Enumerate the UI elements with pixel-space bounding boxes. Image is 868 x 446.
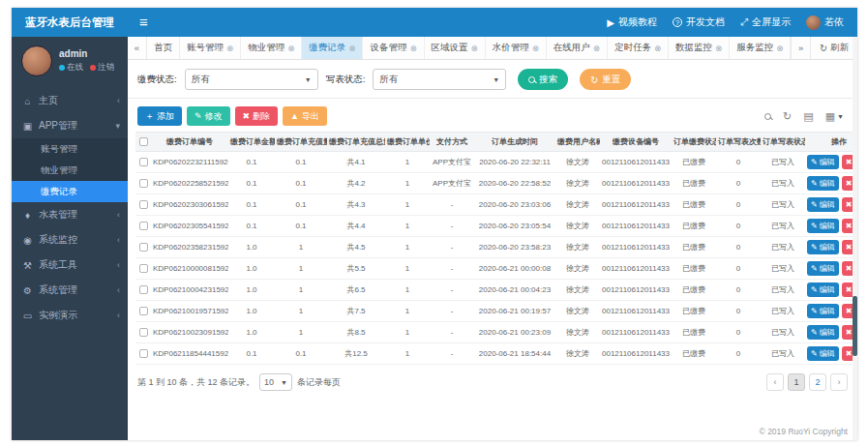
cell: 0012110612011433 [600,152,672,173]
close-icon[interactable]: ⊗ [593,44,600,53]
row-edit-button[interactable]: ✎编辑 [807,240,839,254]
cell: 已缴费 [672,173,716,194]
cell: 已缴费 [672,152,716,173]
table-list-view-icon[interactable]: ▤ [803,110,813,123]
search-button[interactable]: 搜索 [518,69,568,90]
topbar-link-fullscreen[interactable]: ⤢全屏显示 [740,15,791,29]
delete-button[interactable]: ✖删除 [235,106,279,126]
tab-在线用户[interactable]: 在线用户⊗ [547,37,608,59]
table-row: KDP0620230306159260.10.1共4.31-2020-06-20… [135,194,857,216]
app-icon: ▣ [22,121,33,132]
tab-数据监控[interactable]: 数据监控⊗ [669,37,730,59]
sidebar-item-缴费记录[interactable]: 缴费记录 [12,181,128,202]
row-checkbox[interactable] [139,222,148,230]
tab-缴费记录[interactable]: 缴费记录⊗ [302,37,363,59]
prev-page-button[interactable]: ‹ [766,373,784,391]
tab-水价管理[interactable]: 水价管理⊗ [486,37,547,59]
reset-button[interactable]: ↻重置 [580,69,631,90]
table-columns-icon[interactable]: ▦▼ [825,110,844,123]
write-status-select[interactable]: 所有▼ [373,69,506,90]
table-refresh-icon[interactable]: ↻ [783,110,792,123]
row-checkbox[interactable] [139,179,148,188]
chevron-left-icon: ‹ [117,96,120,105]
close-icon[interactable]: ⊗ [776,44,783,53]
sidebar-item-实例演示[interactable]: ▭实例演示‹ [12,303,128,328]
logout-link[interactable]: 注销 [90,62,114,74]
close-icon[interactable]: ⊗ [715,44,722,53]
tab-首页[interactable]: 首页 [147,37,180,59]
sidebar-item-系统监控[interactable]: ◉系统监控‹ [12,227,128,253]
tab-定时任务[interactable]: 定时任务⊗ [608,37,669,59]
scrollbar-thumb[interactable] [853,296,857,356]
row-edit-button[interactable]: ✎编辑 [807,155,839,169]
next-page-button[interactable]: › [830,373,848,391]
row-checkbox[interactable] [139,307,148,315]
cell: 1.0 [228,280,275,301]
row-checkbox[interactable] [139,285,148,294]
page-button-2[interactable]: 2 [809,373,826,391]
row-edit-button[interactable]: ✎编辑 [807,304,839,318]
tabs-scroll-left-icon[interactable]: « [128,37,147,59]
tab-refresh-button[interactable]: ↻刷新 [810,37,857,59]
sidebar-item-系统工具[interactable]: ⚒系统工具‹ [12,253,128,278]
avatar[interactable] [21,45,52,76]
select-all-checkbox[interactable] [139,137,148,146]
row-checkbox[interactable] [139,158,148,166]
edit-button[interactable]: ✎修改 [187,106,230,126]
row-edit-button[interactable]: ✎编辑 [807,176,839,191]
tab-物业管理[interactable]: 物业管理⊗ [241,37,302,59]
sidebar-item-APP管理[interactable]: ▣APP管理▾ [12,113,128,138]
tab-服务监控[interactable]: 服务监控⊗ [730,37,791,59]
cell: 2020-06-20 23:05:54 [474,216,555,237]
pager: ‹12› [766,373,848,391]
row-edit-button[interactable]: ✎编辑 [807,219,839,233]
close-icon[interactable]: ⊗ [348,44,355,53]
row-edit-button[interactable]: ✎编辑 [807,325,839,340]
sidebar-item-系统管理[interactable]: ⚙系统管理‹ [12,278,128,303]
column-header: 订单缴费状态 [672,133,716,152]
row-checkbox[interactable] [139,264,148,273]
tab-账号管理[interactable]: 账号管理⊗ [180,37,241,59]
table-search-icon[interactable] [764,113,771,120]
row-checkbox[interactable] [139,349,148,358]
tab-设备管理[interactable]: 设备管理⊗ [363,37,424,59]
chevron-left-icon: ‹ [117,311,120,320]
row-edit-button[interactable]: ✎编辑 [807,282,839,297]
sidebar-toggle-icon[interactable]: ≡ [128,8,160,37]
close-icon[interactable]: ⊗ [654,44,661,53]
submenu-APP管理: 账号管理物业管理缴费记录 [12,138,128,202]
cell: 共4.1 [327,152,385,173]
tab-区域设置[interactable]: 区域设置⊗ [425,37,486,59]
pay-status-select[interactable]: 所有▼ [185,69,318,90]
row-checkbox[interactable] [139,328,148,337]
cell: 已缴费 [672,237,716,258]
close-icon[interactable]: ⊗ [287,44,294,53]
row-edit-button[interactable]: ✎编辑 [807,346,839,361]
cell: 0.1 [228,343,275,365]
cell: 0 [716,194,761,216]
row-edit-button[interactable]: ✎编辑 [807,197,839,212]
topbar-link-video[interactable]: ▶视频教程 [607,15,657,29]
topbar-user-name: 若依 [824,15,844,29]
close-icon[interactable]: ⊗ [471,44,478,53]
row-actions-cell: ✎编辑✖删除 [805,280,857,301]
page-size-select[interactable]: 10▼ [259,373,292,391]
topbar-user[interactable]: 若依 [806,15,844,30]
close-icon[interactable]: ⊗ [226,44,233,53]
close-icon[interactable]: ⊗ [409,44,416,53]
close-icon[interactable]: ⊗ [532,44,539,53]
sidebar-item-主页[interactable]: ⌂主页‹ [12,88,128,113]
search-icon [528,76,535,83]
page-button-1[interactable]: 1 [788,373,805,391]
sidebar-item-水表管理[interactable]: ♦水表管理‹ [12,202,128,227]
row-checkbox[interactable] [139,200,148,209]
tabs-scroll-right-icon[interactable]: » [791,37,810,59]
row-edit-button[interactable]: ✎编辑 [807,261,839,276]
sidebar-item-账号管理[interactable]: 账号管理 [12,138,128,160]
sidebar-item-物业管理[interactable]: 物业管理 [12,160,128,181]
add-button[interactable]: ＋添加 [137,106,182,126]
row-checkbox[interactable] [139,243,148,252]
topbar-link-label: 开发文档 [686,15,725,29]
topbar-link-question[interactable]: ?开发文档 [673,15,725,29]
export-button[interactable]: ▲导出 [283,106,327,126]
